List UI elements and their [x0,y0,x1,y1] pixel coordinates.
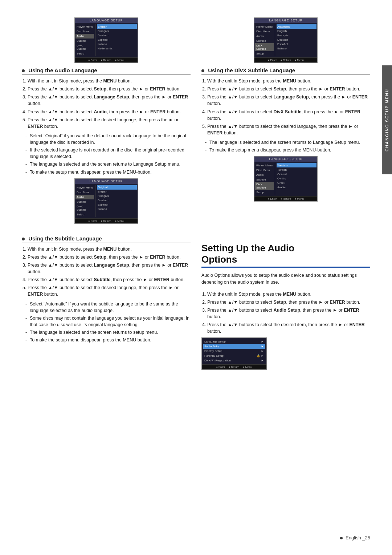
divx-step-1: With the unit in Stop mode, press the ME… [207,78,370,84]
divx-subtitle-col: LANGUAGE SETUP Player Menu Disc Menu Aud… [201,15,370,228]
setup-label-audio: Audio Setup [204,345,261,348]
screen-footer-2: ● Enter ● Return ● Menu [75,218,138,223]
screen-header-3: LANGUAGE SETUP [254,18,317,23]
step-5: Press the ▲/▼ buttons to select the desi… [28,117,191,130]
audio-language-steps: With the unit in Stop mode, press the ME… [22,78,191,130]
screen-nav: Player Menu Disc Menu Audio Subtitle Div… [75,24,95,56]
list3-english: English [277,29,317,33]
nav4-player-menu: Player Menu [255,163,274,168]
subtitle-steps: With the unit in Stop mode, press the ME… [22,246,191,298]
audio-language-title: Using the Audio Language [22,67,191,75]
screen-header-4: LANGUAGE SETUP [254,157,317,162]
screen-body-2: Player Menu Disc Menu Audio Subtitle Div… [75,184,138,218]
sub-step-5: Press the ▲/▼ buttons to select the desi… [28,284,191,297]
screen-body-4: Player Menu Disc Menu Audio Subtitle Div… [254,162,317,196]
page: Changing Setup Menu LANGUAGE SETUP Playe… [0,0,392,555]
list3-deutsch: Deutsch [277,37,317,42]
step-3: Press the ▲/▼ buttons to select Language… [28,94,191,107]
screen-nav-4: Player Menu Disc Menu Audio Subtitle Div… [255,163,275,195]
audio-setup-screen: Language Setup ► Audio Setup ► Display S… [201,337,267,370]
nav2-divx: DivX Subtitle [75,204,94,212]
subtitle-language-title: Using the Subtitle Language [22,235,191,243]
audio-language-screen-2: LANGUAGE SETUP Player Menu Disc Menu Aud… [74,178,138,224]
list2-francais: Français [97,194,137,198]
nav4-setup: Setup [255,190,274,195]
list3-italiano: Italiano [277,46,317,50]
ao-step-2: Press the ▲/▼ buttons to select Setup, t… [207,299,370,305]
nav2-player-menu: Player Menu [75,185,94,190]
footer5-return: ● Return [229,365,239,369]
setup-label-display: Display Setup [204,349,261,353]
bullet-icon-3 [22,238,25,240]
screen-footer: ● Enter ● Return ● Menu [75,57,138,62]
list-deutsch: Deutsch [97,33,137,37]
nav3-subtitle: Subtitle [255,39,274,43]
audio-language-notes: Select "Original" if you want the defaul… [22,133,191,175]
nav-audio: Audio [75,34,94,39]
side-tab: Changing Setup Menu [382,65,392,174]
sub-step-4: Press the ▲/▼ buttons to select Subtitle… [28,276,191,283]
screen-body-3: Player Menu Disc Menu Audio Subtitle Div… [254,23,317,57]
divx-step-4: Press the ▲/▼ buttons to select DivX Sub… [207,109,370,122]
nav2-setup: Setup [75,212,94,217]
nav4-divx: DivX Subtitle [255,182,274,190]
setup-arrow-parental: 🔒 ► [257,354,264,357]
footer2-return: ● Return [101,219,111,223]
list2-original: Original [97,185,137,190]
sub-step-2: Press the ▲/▼ buttons to select Setup, t… [28,254,191,260]
audio-options-col: Setting Up the AudioOptions Audio Option… [201,235,370,374]
screen-footer-4: ● Enter ● Return ● Menu [254,196,317,201]
list2-english: English [97,190,137,194]
list2-italiano: Italiano [97,207,137,211]
footer5-enter: ● Enter [216,365,225,369]
list4-arabic: Arabic [277,185,317,189]
note-1: Select "Original" if you want the defaul… [25,133,191,146]
screen-nav-2: Player Menu Disc Menu Audio Subtitle Div… [75,185,95,217]
screen-nav-3: Player Menu Disc Menu Audio Subtitle Div… [255,24,275,56]
list4-central: Central [277,172,317,176]
list-francais: Français [97,29,137,33]
footer-enter: ● Enter [88,58,97,62]
list4-cyrillic: Cyrillic [277,176,317,181]
ao-step-1: With the unit in Stop mode, press the ME… [207,291,370,297]
footer3-menu: ● Menu [295,58,304,62]
nav-disc-menu: Disc Menu [75,29,94,34]
setup-arrow-language: ► [261,340,264,343]
nav2-disc-menu: Disc Menu [75,190,94,195]
list2-espanol: Español [97,203,137,207]
setup-arrow-divxreg: ► [261,359,264,362]
audio-options-intro: Audio Options allows you to setup the au… [201,272,370,286]
list2-deutsch: Deutsch [97,198,137,203]
list4-turkish: Turkish [277,167,317,172]
setup-arrow-display: ► [261,349,264,353]
sub-note-1: Select "Automatic" if you want the subti… [25,301,191,314]
note-2: If the selected language is not recorded… [25,147,191,160]
screen-list-2: Original English Français Deutsch Españo… [95,185,137,217]
top-two-col: LANGUAGE SETUP Player Menu Disc Menu Aud… [22,15,370,228]
footer-text: English _25 [346,535,370,540]
step-1: With the unit in Stop mode, press the ME… [28,78,191,84]
screen-list: English Français Deutsch Español Italian… [95,24,137,56]
setup-arrow-audio: ► [261,345,264,348]
divx-step-5: Press the ▲/▼ buttons to select the desi… [207,123,370,136]
footer2-enter: ● Enter [88,219,97,223]
note-3: The language is selected and the screen … [25,161,191,167]
setup-label-divxreg: DivX(R) Registration [204,359,261,362]
setup-item-audio: Audio Setup ► [203,344,265,349]
nav3-audio: Audio [255,34,274,39]
audio-options-title: Setting Up the AudioOptions [201,243,370,265]
setup-label-parental: Parental Setup : [204,354,257,357]
list-italiano: Italiano [97,42,137,46]
bullet-icon-2 [201,69,204,72]
bottom-section: Using the Subtitle Language With the uni… [22,235,370,374]
divx-step-3: Press the ▲/▼ buttons to select Language… [207,94,370,107]
footer3-return: ● Return [281,58,291,62]
ao-step-3: Press the ▲/▼ buttons to select Audio Se… [207,307,370,320]
ao-step-4: Press the ▲/▼ buttons to select the desi… [207,321,370,335]
setup-item-parental: Parental Setup : 🔒 ► [203,353,265,358]
nav3-divx: DivX Subtitle [255,43,274,51]
note-4: To make the setup menu disappear, press … [25,169,191,175]
list-english: English [97,24,137,29]
screen-list-3: Automatic English Français Deutsch Españ… [275,24,317,56]
sub-note-3: The language is selected and the screen … [25,329,191,336]
